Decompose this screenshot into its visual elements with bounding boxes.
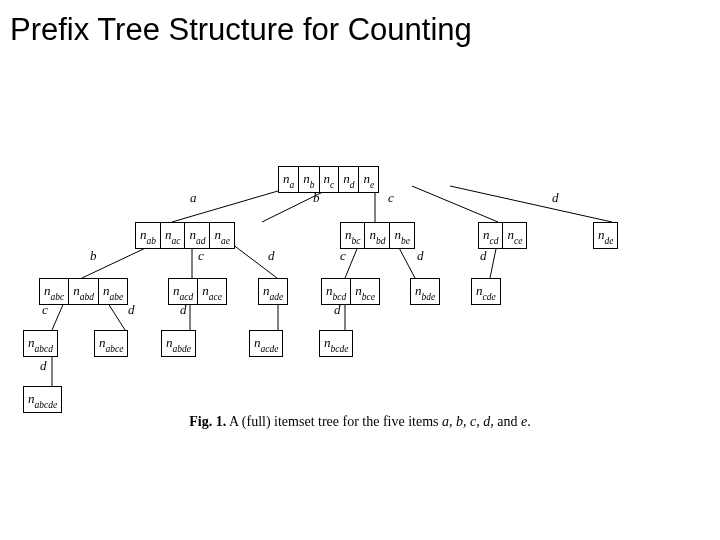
diagram: a b c d b c d c d d c d d d d na nb nc n…: [0, 0, 720, 540]
node-ac: nacd nace: [168, 278, 227, 305]
edge-label: d: [40, 358, 47, 374]
node-bd: nbde: [410, 278, 440, 305]
edge-label: c: [340, 248, 346, 264]
figure-caption: Fig. 1. A (full) itemset tree for the fi…: [0, 414, 720, 430]
edge-label: d: [128, 302, 135, 318]
edge-label: c: [198, 248, 204, 264]
node-root: na nb nc nd ne: [278, 166, 379, 193]
node-ade: nacde: [249, 330, 283, 357]
node-bc: nbcd nbce: [321, 278, 380, 305]
node-acd: nabde: [161, 330, 196, 357]
edge-label: d: [268, 248, 275, 264]
node-abc: nabcd: [23, 330, 58, 357]
edge-label: d: [552, 190, 559, 206]
svg-line-4: [450, 186, 612, 222]
edge-label: d: [417, 248, 424, 264]
node-b: nbc nbd nbe: [340, 222, 415, 249]
node-a: nab nac nad nae: [135, 222, 235, 249]
node-abd: nabce: [94, 330, 128, 357]
edge-label: d: [480, 248, 487, 264]
edge-label: b: [90, 248, 97, 264]
edge-label: c: [388, 190, 394, 206]
node-bcd: nbcde: [319, 330, 353, 357]
svg-line-3: [412, 186, 498, 222]
node-c: ncd nce: [478, 222, 527, 249]
node-d: nde: [593, 222, 618, 249]
node-abcd: nabcde: [23, 386, 62, 413]
edges-svg: [0, 0, 720, 540]
edge-label: a: [190, 190, 197, 206]
node-ad: nade: [258, 278, 288, 305]
node-cd: ncde: [471, 278, 501, 305]
node-ab: nabc nabd nabe: [39, 278, 128, 305]
